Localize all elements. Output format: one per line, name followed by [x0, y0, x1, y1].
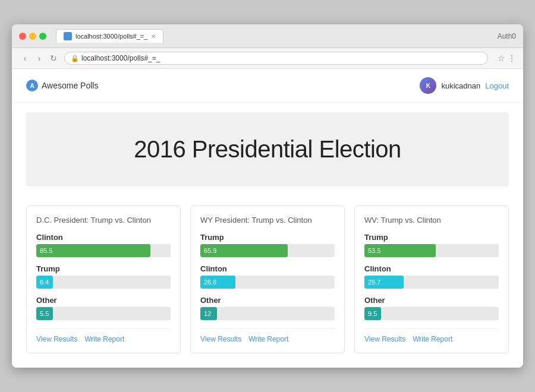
page-content: A Awesome Polls K kukicadnan Logout 2016…	[12, 69, 523, 368]
card-title-2: WV: Trump vs. Clinton	[364, 216, 499, 225]
url-bar[interactable]: 🔒 localhost:3000/polls#_=_	[64, 52, 488, 65]
logo-text: Awesome Polls	[42, 81, 98, 90]
traffic-lights	[19, 33, 46, 40]
candidate-section-2-2: Other9.5	[364, 296, 499, 320]
username: kukicadnan	[441, 81, 480, 90]
app-header: A Awesome Polls K kukicadnan Logout	[12, 69, 523, 103]
card-actions-0: View ResultsWrite Report	[36, 328, 171, 343]
user-area: K kukicadnan Logout	[420, 77, 509, 94]
write-report-link-1[interactable]: Write Report	[248, 335, 288, 343]
candidate-section-0-0: Clinton85.5	[36, 233, 171, 257]
tab-close-icon[interactable]: ✕	[151, 33, 156, 40]
card-title-0: D.C. President: Trump vs. Clinton	[36, 216, 171, 225]
bar-container-0-0: 85.5	[36, 244, 171, 257]
candidate-section-1-0: Trump65.9	[200, 233, 335, 257]
bar-container-1-1: 26.6	[200, 276, 335, 289]
bar-container-2-0: 53.5	[364, 244, 499, 257]
bar-2-1: 29.7	[364, 276, 404, 289]
candidate-section-0-2: Other5.5	[36, 296, 171, 320]
candidate-section-1-1: Clinton26.6	[200, 264, 335, 289]
candidate-section-2-1: Clinton29.7	[364, 264, 499, 289]
candidate-name-2-1: Clinton	[364, 264, 499, 273]
back-button[interactable]: ‹	[19, 52, 31, 64]
logo-icon: A	[26, 80, 38, 91]
card-actions-2: View ResultsWrite Report	[364, 328, 499, 343]
tab-title: localhost:3000/polls#_=_	[75, 33, 147, 40]
bar-container-2-2: 9.5	[364, 307, 499, 320]
minimize-button[interactable]	[29, 33, 36, 40]
candidate-name-1-2: Other	[200, 296, 335, 305]
candidate-name-0-0: Clinton	[36, 233, 171, 242]
view-results-link-0[interactable]: View Results	[36, 335, 77, 343]
bar-1-2: 12	[200, 307, 217, 320]
url-actions: ☆ ⋮	[498, 53, 516, 63]
avatar: K	[420, 77, 436, 94]
hero-banner: 2016 Presidential Election	[26, 112, 509, 186]
poll-card-1: WY President: Trump vs. ClintonTrump65.9…	[190, 206, 345, 353]
card-actions-1: View ResultsWrite Report	[200, 328, 335, 343]
hero-title: 2016 Presidential Election	[40, 136, 495, 163]
app-logo: A Awesome Polls	[26, 80, 98, 91]
bar-0-1: 6.4	[36, 276, 53, 289]
candidate-name-2-2: Other	[364, 296, 499, 305]
forward-button[interactable]: ›	[33, 52, 45, 64]
address-bar: ‹ › ↻ 🔒 localhost:3000/polls#_=_ ☆ ⋮	[12, 48, 523, 69]
candidate-name-1-1: Clinton	[200, 264, 335, 273]
bar-2-2: 9.5	[364, 307, 381, 320]
maximize-button[interactable]	[39, 33, 46, 40]
bar-0-2: 5.5	[36, 307, 53, 320]
refresh-button[interactable]: ↻	[48, 52, 59, 64]
bar-container-0-1: 6.4	[36, 276, 171, 289]
close-button[interactable]	[19, 33, 26, 40]
bar-1-1: 26.6	[200, 276, 235, 289]
logout-button[interactable]: Logout	[485, 81, 509, 90]
view-results-link-1[interactable]: View Results	[200, 335, 241, 343]
tab-favicon	[64, 32, 72, 40]
candidate-name-0-2: Other	[36, 296, 171, 305]
card-title-1: WY President: Trump vs. Clinton	[200, 216, 335, 225]
poll-card-2: WV: Trump vs. ClintonTrump53.5Clinton29.…	[354, 206, 509, 353]
candidate-section-1-2: Other12	[200, 296, 335, 320]
bar-0-0: 85.5	[36, 244, 150, 257]
candidate-name-0-1: Trump	[36, 264, 171, 273]
auth-label: Auth0	[498, 32, 516, 40]
candidate-name-2-0: Trump	[364, 233, 499, 242]
nav-buttons: ‹ › ↻	[19, 52, 59, 64]
bar-container-0-2: 5.5	[36, 307, 171, 320]
browser-tab[interactable]: localhost:3000/polls#_=_ ✕	[56, 29, 163, 43]
lock-icon: 🔒	[71, 55, 79, 62]
candidate-section-2-0: Trump53.5	[364, 233, 499, 257]
view-results-link-2[interactable]: View Results	[364, 335, 405, 343]
write-report-link-0[interactable]: Write Report	[84, 335, 124, 343]
menu-icon[interactable]: ⋮	[508, 53, 516, 63]
title-bar: localhost:3000/polls#_=_ ✕ Auth0	[12, 24, 523, 48]
bar-container-1-0: 65.9	[200, 244, 335, 257]
bar-2-0: 53.5	[364, 244, 436, 257]
write-report-link-2[interactable]: Write Report	[413, 335, 452, 343]
bar-container-1-2: 12	[200, 307, 335, 320]
bar-1-0: 65.9	[200, 244, 288, 257]
url-text: localhost:3000/polls#_=_	[81, 54, 160, 62]
bookmark-icon[interactable]: ☆	[498, 53, 505, 63]
browser-window: localhost:3000/polls#_=_ ✕ Auth0 ‹ › ↻ 🔒…	[12, 24, 523, 368]
bar-container-2-1: 29.7	[364, 276, 499, 289]
cards-container: D.C. President: Trump vs. ClintonClinton…	[12, 196, 523, 368]
poll-card-0: D.C. President: Trump vs. ClintonClinton…	[26, 206, 181, 353]
tab-area: localhost:3000/polls#_=_ ✕	[56, 29, 493, 43]
candidate-name-1-0: Trump	[200, 233, 335, 242]
candidate-section-0-1: Trump6.4	[36, 264, 171, 289]
